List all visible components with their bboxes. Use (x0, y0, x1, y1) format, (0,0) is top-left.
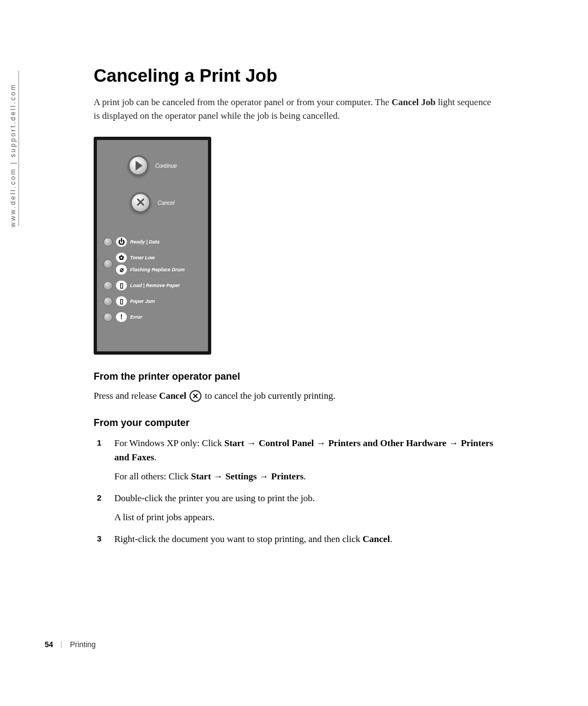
step-1-sub: For all others: Click Start → Settings →… (114, 470, 497, 484)
cancel-button: ✕ (130, 192, 151, 213)
play-icon (136, 161, 143, 171)
status-label: Ready | Data (130, 239, 160, 245)
operator-panel-figure: Continue ✕ Cancel ⏻ Ready | Data ✿ Toner… (94, 137, 211, 355)
cancel-button-row: ✕ Cancel (130, 192, 174, 213)
subheading-operator-panel: From the printer operator panel (94, 371, 497, 382)
step-1: For Windows XP only: Click Start → Contr… (94, 436, 497, 484)
led-icon (103, 238, 113, 247)
power-icon: ⏻ (116, 237, 127, 247)
drum-icon: ⌀ (116, 265, 127, 275)
toner-stack: ✿ Toner Low ⌀ Flashing Replace Drum (116, 253, 185, 275)
step-2: Double-click the printer you are using t… (94, 491, 497, 525)
footer-section: Printing (70, 640, 95, 649)
footer-divider: | (61, 640, 63, 649)
page-title: Canceling a Print Job (94, 65, 497, 86)
sec1-body: Press and release Cancel ✕ to cancel the… (94, 390, 497, 402)
continue-label: Continue (155, 163, 177, 169)
intro-pre: A print job can be canceled from the ope… (94, 97, 391, 107)
status-toner: ✿ Toner Low ⌀ Flashing Replace Drum (103, 253, 201, 275)
step-2-sub: A list of print jobs appears. (114, 510, 497, 525)
page-footer: 54 | Printing (45, 640, 96, 649)
page-number: 54 (45, 640, 53, 649)
main-content: Canceling a Print Job A print job can be… (94, 65, 497, 553)
steps-list: For Windows XP only: Click Start → Contr… (94, 436, 497, 546)
continue-button (128, 155, 149, 176)
x-icon: ✕ (136, 197, 145, 209)
status-error: ! Error (103, 312, 201, 322)
led-icon (103, 259, 113, 269)
step-3: Right-click the document you want to sto… (94, 532, 497, 546)
side-url-text: www.dell.com | support.dell.com (9, 83, 17, 227)
led-icon (103, 297, 113, 306)
drop-icon: ✿ (116, 253, 127, 263)
led-icon (103, 313, 113, 322)
status-label: Toner Low (130, 255, 155, 260)
intro-paragraph: A print job can be canceled from the ope… (94, 96, 497, 123)
cancel-inline-icon: ✕ (189, 390, 201, 402)
jam-icon: ▯ (116, 296, 127, 306)
status-label: Load | Remove Paper (130, 283, 180, 288)
status-label: Paper Jam (130, 299, 155, 304)
continue-button-row: Continue (128, 155, 177, 176)
subheading-computer: From your computer (94, 417, 497, 429)
error-icon: ! (116, 312, 127, 322)
sec1-bold: Cancel (159, 391, 186, 401)
side-rail-line (19, 71, 26, 226)
status-ready: ⏻ Ready | Data (103, 237, 201, 247)
paper-icon: ▯ (116, 281, 127, 290)
status-rows: ⏻ Ready | Data ✿ Toner Low ⌀ Flashing Re… (103, 237, 201, 322)
led-icon (103, 281, 113, 290)
sec1-pre: Press and release (94, 391, 157, 401)
status-load: ▯ Load | Remove Paper (103, 281, 201, 290)
cancel-label: Cancel (157, 200, 174, 206)
sec1-post: to cancel the job currently printing. (205, 391, 335, 401)
status-label: Error (130, 314, 142, 320)
side-rail: www.dell.com | support.dell.com (19, 71, 26, 226)
status-label: Flashing Replace Drum (130, 267, 185, 272)
status-jam: ▯ Paper Jam (103, 296, 201, 306)
intro-bold: Cancel Job (391, 97, 436, 107)
